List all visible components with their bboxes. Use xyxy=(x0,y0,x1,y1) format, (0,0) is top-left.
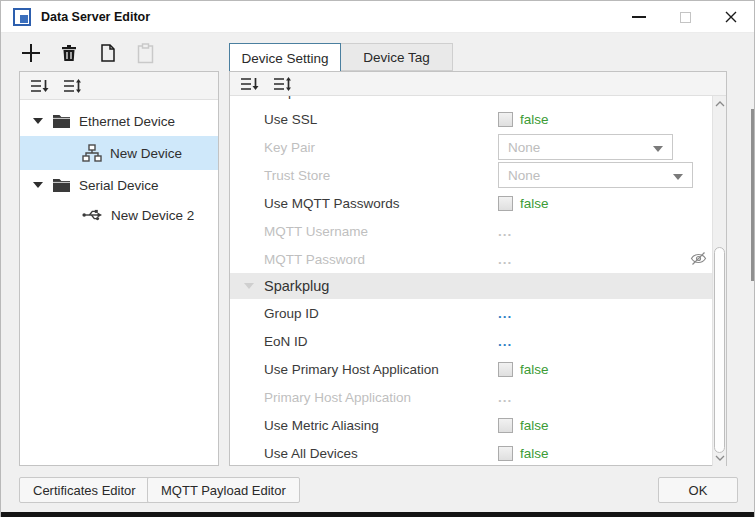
property-value[interactable]: 60 xyxy=(498,96,513,99)
usb-icon xyxy=(82,207,103,223)
property-label: Use All Devices xyxy=(264,446,498,461)
triangle-down-icon xyxy=(33,118,43,124)
sort-updown-button[interactable] xyxy=(273,76,292,92)
scroll-up-button[interactable] xyxy=(713,96,727,112)
sort-descending-button[interactable] xyxy=(240,76,259,92)
triangle-down-icon xyxy=(33,182,43,188)
property-label: EoN ID xyxy=(264,334,498,349)
collapse-triangle-icon xyxy=(244,283,254,289)
section-header-sparkplug[interactable]: Sparkplug xyxy=(230,273,713,299)
paste-button xyxy=(131,39,159,67)
delete-button[interactable] xyxy=(55,39,83,67)
tab-device-tag[interactable]: Device Tag xyxy=(341,43,453,71)
checkbox-value: false xyxy=(520,196,549,211)
checkbox-use-all-devices[interactable] xyxy=(498,446,513,461)
property-value: ... xyxy=(498,224,512,239)
property-label: Keep Alive xyxy=(264,96,498,99)
chevron-up-icon xyxy=(715,101,725,107)
property-row-use-ssl: Use SSLfalse xyxy=(230,105,713,133)
title-bar: Data Server Editor xyxy=(1,1,754,33)
sort-updown-icon xyxy=(273,76,292,92)
chevron-down-icon xyxy=(715,455,725,461)
dropdown-caret-icon xyxy=(653,146,663,152)
expander-icon[interactable] xyxy=(33,118,43,124)
close-icon xyxy=(724,10,738,24)
checkbox-use-ssl[interactable] xyxy=(498,112,513,127)
expander-icon[interactable] xyxy=(33,182,43,188)
property-label: Use MQTT Passwords xyxy=(264,196,498,211)
property-value[interactable]: ... xyxy=(498,306,512,321)
checkbox-value: false xyxy=(520,446,549,461)
sort-updown-button[interactable] xyxy=(63,78,82,94)
tree-folder-serial-device[interactable]: Serial Device xyxy=(20,170,218,200)
tab-bar: Device Setting Device Tag xyxy=(229,43,453,72)
property-label: Use SSL xyxy=(264,112,498,127)
property-row-mqtt-username: MQTT Username... xyxy=(230,217,713,245)
window-bottom-border xyxy=(1,512,754,517)
property-label: Use Metric Aliasing xyxy=(264,418,498,433)
tab-device-setting[interactable]: Device Setting xyxy=(229,43,341,72)
maximize-button[interactable] xyxy=(662,1,708,33)
property-row-key-pair: Key PairNone xyxy=(230,133,713,161)
property-label: Use Primary Host Application xyxy=(264,362,498,377)
minimize-button[interactable] xyxy=(616,1,662,33)
property-label: Primary Host Application xyxy=(264,390,498,405)
minimize-icon xyxy=(632,16,646,18)
certificates-editor-button[interactable]: Certificates Editor xyxy=(19,477,150,503)
sort-descending-icon xyxy=(240,76,259,92)
tree-device-new-device-2[interactable]: New Device 2 xyxy=(20,200,218,230)
data-server-editor-window: Data Server Editor Ethernet DeviceNew De… xyxy=(0,0,755,517)
property-label: Trust Store xyxy=(264,168,498,183)
property-value[interactable]: ... xyxy=(498,334,512,349)
property-row-keep-alive: Keep Alive60 xyxy=(230,96,713,105)
property-value: ... xyxy=(498,252,512,267)
property-row-use-primary-host-application: Use Primary Host Applicationfalse xyxy=(230,355,713,383)
add-button[interactable] xyxy=(17,39,45,67)
copy-button[interactable] xyxy=(93,39,121,67)
eye-off-icon[interactable] xyxy=(690,251,707,270)
folder-icon xyxy=(52,113,71,129)
property-row-group-id: Group ID... xyxy=(230,299,713,327)
checkbox-use-mqtt-passwords[interactable] xyxy=(498,196,513,211)
tree-folder-label: Ethernet Device xyxy=(79,114,175,129)
property-row-trust-store: Trust StoreNone xyxy=(230,161,713,189)
scroll-down-button[interactable] xyxy=(713,450,727,466)
property-row-use-metric-aliasing: Use Metric Aliasingfalse xyxy=(230,411,713,439)
tree-folder-ethernet-device[interactable]: Ethernet Device xyxy=(20,106,218,136)
section-label: Sparkplug xyxy=(264,278,329,294)
tree-device-label: New Device 2 xyxy=(111,208,194,223)
trash-icon xyxy=(59,43,79,63)
property-row-use-all-devices: Use All Devicesfalse xyxy=(230,439,713,466)
device-tree-panel: Ethernet DeviceNew DeviceSerial DeviceNe… xyxy=(19,71,219,466)
sort-updown-icon xyxy=(63,78,82,94)
checkbox-use-metric-aliasing[interactable] xyxy=(498,418,513,433)
property-label: MQTT Password xyxy=(264,252,498,267)
checkbox-value: false xyxy=(520,362,549,377)
tree-panel-header xyxy=(20,72,218,100)
dropdown-value: None xyxy=(508,168,540,183)
property-label: MQTT Username xyxy=(264,224,498,239)
dropdown-trust-store: None xyxy=(498,162,693,188)
ok-button[interactable]: OK xyxy=(658,477,738,503)
property-row-mqtt-password: MQTT Password... xyxy=(230,245,713,273)
window-title: Data Server Editor xyxy=(41,10,150,24)
maximize-icon xyxy=(680,12,691,23)
close-button[interactable] xyxy=(708,1,754,33)
checkbox-value: false xyxy=(520,418,549,433)
tree-folder-label: Serial Device xyxy=(79,178,159,193)
property-panel-header xyxy=(230,72,726,96)
main-toolbar xyxy=(17,39,159,67)
dropdown-value: None xyxy=(508,140,540,155)
scrollbar-thumb[interactable] xyxy=(714,247,725,453)
checkbox-value: false xyxy=(520,112,549,127)
sort-descending-button[interactable] xyxy=(30,78,49,94)
checkbox-use-primary-host-application[interactable] xyxy=(498,362,513,377)
tree-device-new-device[interactable]: New Device xyxy=(20,136,218,170)
copy-icon xyxy=(97,43,117,63)
app-logo-icon xyxy=(13,8,31,26)
dropdown-key-pair: None xyxy=(498,134,673,160)
paste-icon xyxy=(136,43,155,64)
plus-icon xyxy=(20,42,42,64)
mqtt-payload-editor-button[interactable]: MQTT Payload Editor xyxy=(147,477,300,503)
vertical-scrollbar[interactable] xyxy=(712,96,726,466)
